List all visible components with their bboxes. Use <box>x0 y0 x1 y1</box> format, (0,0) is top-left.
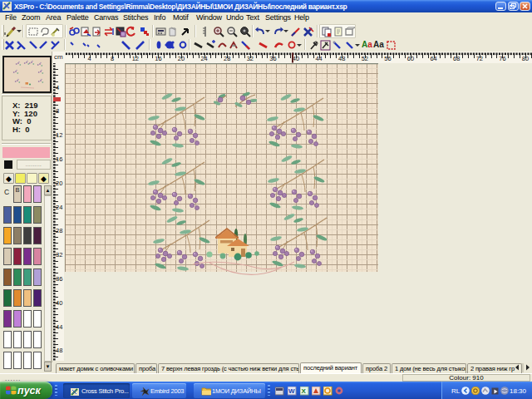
svg-text:80: 80 <box>522 55 529 62</box>
svg-text:36: 36 <box>269 55 276 62</box>
svg-text:48: 48 <box>56 347 62 354</box>
svg-text:48: 48 <box>338 55 345 62</box>
svg-text:76: 76 <box>499 55 505 62</box>
svg-text:32: 32 <box>56 251 62 259</box>
svg-text:8: 8 <box>111 55 114 62</box>
svg-text:4: 4 <box>88 55 91 62</box>
svg-text:56: 56 <box>384 55 391 62</box>
svg-text:24: 24 <box>56 204 62 211</box>
svg-text:16: 16 <box>155 55 161 62</box>
svg-text:28: 28 <box>224 55 230 62</box>
svg-text:40: 40 <box>293 55 299 62</box>
svg-text:20: 20 <box>56 180 62 187</box>
svg-text:32: 32 <box>247 55 254 62</box>
svg-text:60: 60 <box>407 55 414 62</box>
svg-text:12: 12 <box>132 55 139 62</box>
svg-text:40: 40 <box>56 299 62 307</box>
svg-text:24: 24 <box>200 55 207 62</box>
svg-text:12: 12 <box>56 131 62 139</box>
svg-text:72: 72 <box>476 55 483 62</box>
svg-text:36: 36 <box>56 275 62 283</box>
svg-text:28: 28 <box>56 227 62 234</box>
svg-text:44: 44 <box>315 55 322 62</box>
svg-text:64: 64 <box>430 55 436 62</box>
svg-text:16: 16 <box>56 155 62 163</box>
svg-text:44: 44 <box>56 323 62 331</box>
svg-text:68: 68 <box>453 55 460 62</box>
svg-text:4: 4 <box>56 84 59 91</box>
svg-text:W: W <box>288 387 295 395</box>
svg-text:X: X <box>302 387 307 395</box>
svg-text:52: 52 <box>362 55 368 62</box>
svg-text:20: 20 <box>178 55 185 62</box>
svg-text:8: 8 <box>56 107 59 115</box>
